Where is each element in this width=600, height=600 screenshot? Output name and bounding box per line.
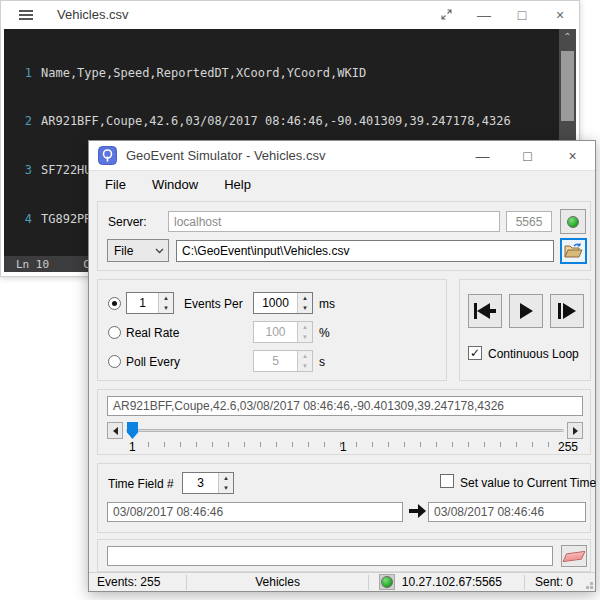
csv-line: 2AR921BFF,Coupe,42.6,03/08/2017 08:46:46… bbox=[4, 113, 576, 129]
time-field-label: Time Field # bbox=[108, 477, 174, 491]
slider-current-label: 1 bbox=[340, 440, 347, 454]
time-field-group: Time Field # 3 ▲▼ Set value to Current T… bbox=[97, 463, 591, 533]
maximize-button[interactable]: □ bbox=[503, 1, 541, 28]
maximize-button[interactable]: □ bbox=[505, 141, 550, 171]
editor-title: Vehicles.csv bbox=[57, 7, 129, 22]
slider-ticks bbox=[132, 442, 564, 447]
real-rate-spinner: 100 ▲▼ bbox=[253, 321, 313, 343]
poll-every-radio[interactable] bbox=[108, 355, 121, 368]
slider-track[interactable] bbox=[126, 429, 564, 432]
geoevent-simulator-window: GeoEvent Simulator - Vehicles.csv — □ × … bbox=[88, 140, 596, 592]
set-current-time-checkbox[interactable] bbox=[440, 474, 454, 488]
simulator-titlebar: GeoEvent Simulator - Vehicles.csv — □ × bbox=[89, 141, 595, 171]
rate-group: 1 ▲▼ Events Per 1000 ▲▼ ms Real Rate 100… bbox=[97, 279, 447, 381]
continuous-loop-checkbox[interactable]: ✓ bbox=[468, 346, 482, 360]
close-button[interactable]: × bbox=[550, 141, 595, 171]
simulator-statusbar: Events: 255 Vehicles 10.27.102.67:5565 S… bbox=[89, 572, 595, 591]
menu-window[interactable]: Window bbox=[142, 174, 208, 195]
skip-to-start-button[interactable] bbox=[468, 294, 502, 328]
slider-min-label: 1 bbox=[129, 440, 136, 454]
port-input[interactable]: 5565 bbox=[506, 211, 552, 232]
slider-right-button[interactable] bbox=[567, 422, 583, 439]
open-folder-icon bbox=[564, 243, 583, 259]
scroll-up-icon[interactable]: ⌃ bbox=[559, 31, 576, 42]
interval-unit-label: ms bbox=[319, 297, 335, 311]
endpoint-led-icon bbox=[381, 576, 393, 588]
simulator-title: GeoEvent Simulator - Vehicles.csv bbox=[126, 148, 325, 163]
connection-group: Server: localhost 5565 File C:\GeoEvent\… bbox=[97, 201, 591, 271]
app-icon bbox=[98, 146, 117, 165]
real-rate-label: Real Rate bbox=[126, 326, 179, 340]
spin-up-icon: ▲ bbox=[298, 351, 312, 361]
close-button[interactable]: × bbox=[541, 1, 579, 28]
editor-titlebar: Vehicles.csv — □ × bbox=[1, 1, 579, 28]
source-type-select[interactable]: File bbox=[107, 239, 169, 262]
sent-count: Sent: 0 bbox=[535, 575, 573, 589]
events-count-spinner[interactable]: 1 ▲▼ bbox=[126, 292, 174, 314]
progress-bar bbox=[107, 546, 553, 566]
line-indicator: Ln 10 bbox=[16, 258, 49, 271]
menu-file[interactable]: File bbox=[95, 174, 136, 195]
slider-max-label: 255 bbox=[558, 440, 578, 454]
spin-down-icon: ▼ bbox=[298, 361, 312, 371]
endpoint-led-plate bbox=[379, 574, 395, 590]
event-group: AR921BFF,Coupe,42.6,03/08/2017 08:46:46,… bbox=[97, 389, 591, 455]
menu-icon[interactable] bbox=[19, 10, 33, 20]
real-rate-radio[interactable] bbox=[108, 326, 121, 339]
csv-line: 1Name,Type,Speed,ReportedDT,XCoord,YCoor… bbox=[4, 65, 576, 81]
current-event-display: AR921BFF,Coupe,42.6,03/08/2017 08:46:46,… bbox=[107, 396, 583, 416]
maps-to-arrow-icon bbox=[409, 504, 426, 518]
scrollbar-thumb[interactable] bbox=[561, 51, 574, 121]
spin-up-icon[interactable]: ▲ bbox=[159, 293, 173, 303]
progress-group bbox=[97, 539, 591, 572]
resize-grip[interactable] bbox=[590, 586, 593, 589]
events-count: Events: 255 bbox=[97, 575, 160, 589]
spin-up-icon[interactable]: ▲ bbox=[219, 473, 233, 483]
playback-group: ✓ Continuous Loop bbox=[459, 279, 591, 381]
connect-button[interactable] bbox=[560, 209, 586, 234]
spin-up-icon[interactable]: ▲ bbox=[298, 293, 312, 303]
spin-down-icon[interactable]: ▼ bbox=[298, 303, 312, 313]
interval-spinner[interactable]: 1000 ▲▼ bbox=[253, 292, 313, 314]
spin-down-icon[interactable]: ▼ bbox=[219, 483, 233, 493]
step-forward-icon bbox=[558, 303, 576, 319]
spin-down-icon[interactable]: ▼ bbox=[159, 303, 173, 313]
chevron-down-icon bbox=[150, 248, 168, 254]
event-time-display: 03/08/2017 08:46:46 bbox=[107, 502, 403, 522]
skip-to-start-icon bbox=[474, 303, 496, 319]
menubar: File Window Help bbox=[89, 171, 595, 197]
play-icon bbox=[520, 303, 533, 319]
server-label: Server: bbox=[108, 215, 147, 229]
minimize-button[interactable]: — bbox=[460, 141, 505, 171]
minimize-button[interactable]: — bbox=[465, 1, 503, 28]
slider-left-button[interactable] bbox=[107, 422, 123, 439]
eraser-icon bbox=[562, 550, 585, 561]
menu-help[interactable]: Help bbox=[214, 174, 261, 195]
events-per-label: Events Per bbox=[184, 297, 243, 311]
feed-name: Vehicles bbox=[187, 575, 367, 589]
server-input[interactable]: localhost bbox=[168, 211, 500, 232]
real-rate-unit-label: % bbox=[319, 326, 330, 340]
source-type-value: File bbox=[108, 244, 150, 258]
set-current-time-label: Set value to Current Time bbox=[460, 476, 596, 490]
file-path-input[interactable]: C:\GeoEvent\input\Vehicles.csv bbox=[176, 240, 554, 262]
connection-led-icon bbox=[567, 216, 579, 228]
play-button[interactable] bbox=[509, 294, 543, 328]
poll-every-label: Poll Every bbox=[126, 355, 180, 369]
step-forward-button[interactable] bbox=[550, 294, 584, 328]
endpoint-address: 10.27.102.67:5565 bbox=[402, 575, 502, 589]
spin-up-icon: ▲ bbox=[298, 322, 312, 332]
spin-down-icon: ▼ bbox=[298, 332, 312, 342]
browse-file-button[interactable] bbox=[560, 238, 587, 264]
poll-spinner: 5 ▲▼ bbox=[253, 350, 313, 372]
poll-unit-label: s bbox=[319, 355, 325, 369]
time-field-spinner[interactable]: 3 ▲▼ bbox=[182, 472, 234, 494]
expand-icon[interactable] bbox=[427, 1, 465, 28]
slider-thumb[interactable] bbox=[127, 422, 138, 439]
events-per-radio[interactable] bbox=[108, 297, 121, 310]
arrow-right-icon bbox=[573, 427, 578, 435]
sent-time-display: 03/08/2017 08:46:46 bbox=[428, 502, 586, 522]
arrow-left-icon bbox=[113, 427, 118, 435]
clear-button[interactable] bbox=[561, 545, 587, 567]
continuous-loop-label: Continuous Loop bbox=[488, 347, 579, 361]
